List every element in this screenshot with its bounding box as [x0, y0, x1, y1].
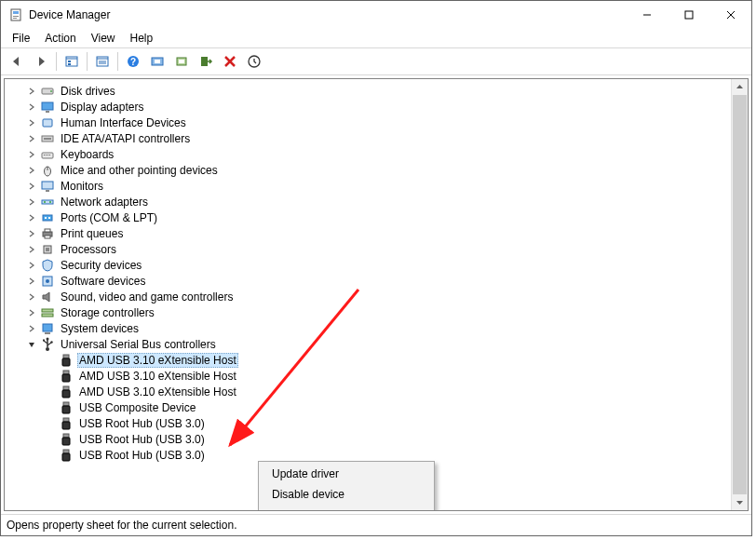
expander-icon[interactable]	[25, 227, 38, 240]
svg-rect-56	[42, 314, 53, 317]
svg-rect-77	[62, 438, 70, 445]
forward-button[interactable]	[30, 50, 52, 73]
uninstall-device-button[interactable]	[219, 50, 241, 73]
tree-node-usb-child[interactable]: AMD USB 3.10 eXtensible Host	[5, 352, 731, 368]
tree-node-label: AMD USB 3.10 eXtensible Host	[77, 353, 238, 368]
expander-spacer	[44, 354, 57, 367]
expander-icon[interactable]	[25, 148, 38, 161]
ctx-uninstall-device[interactable]: Uninstall device	[261, 505, 432, 511]
expander-icon[interactable]	[25, 132, 38, 145]
tree-node[interactable]: Ports (COM & LPT)	[5, 209, 731, 225]
usb-device-icon	[59, 400, 74, 415]
svg-point-65	[50, 341, 52, 343]
tree-node[interactable]: System devices	[5, 320, 731, 336]
scan-hardware-button[interactable]	[146, 50, 169, 73]
tree-node[interactable]: Processors	[5, 241, 731, 257]
tree-node-label: Sound, video and game controllers	[59, 290, 235, 304]
tree-node[interactable]: Disk drives	[5, 83, 731, 99]
expander-icon[interactable]	[25, 259, 38, 272]
expander-icon[interactable]	[25, 338, 38, 351]
show-hide-tree-button[interactable]	[61, 50, 83, 73]
svg-point-43	[44, 201, 46, 203]
window-title: Device Manager	[29, 8, 626, 21]
context-menu: Update driver Disable device Uninstall d…	[258, 461, 435, 511]
tree-node-label: System devices	[59, 322, 141, 335]
svg-rect-30	[43, 119, 52, 127]
tree-node-label: Human Interface Devices	[59, 116, 188, 129]
menubar: File Action View Help	[1, 29, 751, 47]
menu-action[interactable]: Action	[37, 30, 83, 47]
svg-rect-68	[63, 371, 69, 374]
expander-icon[interactable]	[25, 290, 38, 304]
expander-icon[interactable]	[25, 211, 38, 224]
tree-node-label: Network adapters	[59, 196, 150, 209]
scroll-up-button[interactable]	[732, 79, 748, 95]
usb-device-icon	[59, 369, 74, 384]
expander-icon[interactable]	[25, 180, 38, 193]
update-driver-button[interactable]	[170, 50, 193, 73]
menu-help[interactable]: Help	[123, 30, 161, 47]
tree-node-label: Software devices	[59, 275, 147, 288]
tree-node[interactable]: Display adapters	[5, 99, 731, 115]
tree-node-label: USB Root Hub (USB 3.0)	[77, 449, 207, 462]
svg-rect-47	[48, 217, 50, 219]
expander-spacer	[44, 385, 57, 398]
tree-node-usb-child[interactable]: AMD USB 3.10 eXtensible Host	[5, 368, 731, 384]
vertical-scrollbar[interactable]	[731, 79, 748, 510]
usb-device-icon	[59, 353, 74, 368]
client-area: Disk drivesDisplay adaptersHuman Interfa…	[4, 78, 749, 511]
svg-rect-74	[63, 418, 69, 422]
menu-view[interactable]: View	[84, 30, 123, 47]
ctx-update-driver[interactable]: Update driver	[261, 464, 432, 484]
expander-icon[interactable]	[25, 101, 38, 114]
security-icon	[40, 258, 55, 273]
maximize-button[interactable]	[668, 1, 709, 29]
expander-icon[interactable]	[25, 275, 38, 288]
tree-node-usb-child[interactable]: USB Root Hub (USB 3.0)	[5, 415, 731, 431]
scroll-thumb[interactable]	[733, 95, 747, 494]
device-manager-window: Device Manager File Action View Help ? D…	[0, 0, 752, 536]
expander-icon[interactable]	[25, 164, 38, 177]
tree-node[interactable]: Network adapters	[5, 194, 731, 209]
tree-node[interactable]: Security devices	[5, 257, 731, 273]
tree-node[interactable]: Mice and other pointing devices	[5, 162, 731, 178]
tree-node[interactable]: Monitors	[5, 178, 731, 194]
device-tree[interactable]: Disk drivesDisplay adaptersHuman Interfa…	[5, 79, 731, 510]
tree-node[interactable]: Keyboards	[5, 146, 731, 162]
system-icon	[40, 321, 55, 336]
expander-icon[interactable]	[25, 306, 38, 319]
tree-node[interactable]: Human Interface Devices	[5, 115, 731, 130]
tree-node[interactable]: IDE ATA/ATAPI controllers	[5, 130, 731, 146]
tree-node-label: USB Composite Device	[77, 401, 197, 414]
properties-button[interactable]	[91, 50, 114, 73]
svg-rect-63	[43, 339, 45, 341]
tree-node[interactable]: Software devices	[5, 273, 731, 289]
tree-node[interactable]: Print queues	[5, 225, 731, 241]
enable-device-button[interactable]	[243, 50, 265, 73]
tree-node[interactable]: Storage controllers	[5, 304, 731, 320]
menu-file[interactable]: File	[5, 30, 37, 47]
back-button[interactable]	[6, 50, 28, 73]
expander-icon[interactable]	[25, 243, 38, 256]
scroll-down-button[interactable]	[732, 494, 748, 510]
usb-device-icon	[59, 385, 74, 399]
expander-icon[interactable]	[25, 116, 38, 129]
disable-device-button[interactable]	[195, 50, 217, 73]
ctx-disable-device[interactable]: Disable device	[261, 484, 432, 505]
minimize-button[interactable]	[626, 1, 668, 29]
help-button[interactable]: ?	[122, 50, 144, 73]
expander-icon[interactable]	[25, 85, 38, 98]
svg-text:?: ?	[130, 57, 136, 67]
tree-node-usb-child[interactable]: USB Composite Device	[5, 399, 731, 415]
svg-rect-70	[63, 386, 69, 390]
tree-node[interactable]: Sound, video and game controllers	[5, 289, 731, 304]
tree-node-usb-child[interactable]: USB Root Hub (USB 3.0)	[5, 431, 731, 447]
svg-point-59	[46, 347, 49, 351]
expander-icon[interactable]	[25, 196, 38, 209]
software-icon	[40, 274, 55, 289]
disk-icon	[40, 84, 55, 99]
expander-icon[interactable]	[25, 322, 38, 335]
tree-node-usb[interactable]: Universal Serial Bus controllers	[5, 336, 731, 352]
close-button[interactable]	[709, 1, 751, 29]
tree-node-usb-child[interactable]: AMD USB 3.10 eXtensible Host	[5, 384, 731, 399]
